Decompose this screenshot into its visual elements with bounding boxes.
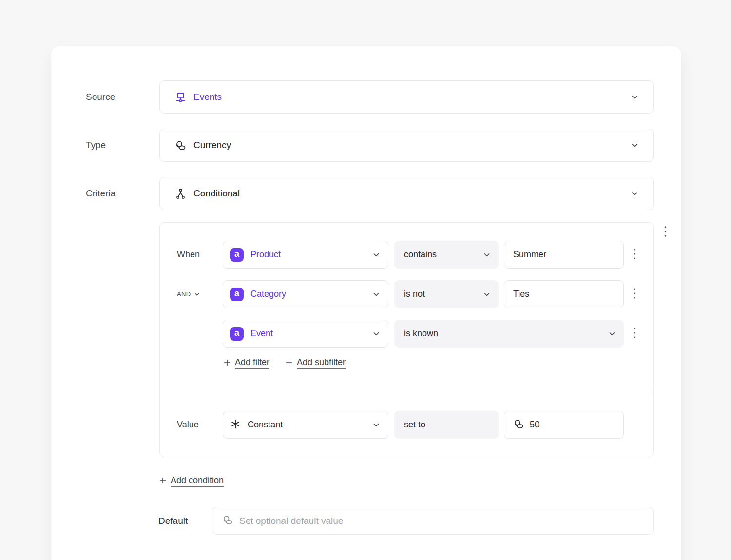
filter-operator-select[interactable]: is known [394, 320, 624, 348]
add-condition-button[interactable]: Add condition [159, 475, 224, 485]
currency-coins-icon [222, 515, 233, 527]
criteria-row: Criteria Conditional [86, 177, 654, 210]
filter-value-input[interactable] [513, 289, 616, 299]
value-amount-box [504, 411, 624, 439]
filter-operator-value: is not [404, 289, 425, 299]
currency-coins-icon [175, 140, 186, 151]
events-node-icon [175, 92, 186, 103]
filter-value-box [504, 280, 624, 308]
filter-row-kebab-icon[interactable] [632, 247, 638, 263]
attribute-badge-icon: a [230, 248, 244, 262]
attribute-badge-icon: a [230, 288, 244, 301]
chevron-down-icon [372, 421, 380, 429]
default-input-box [212, 507, 654, 535]
default-row: Default [158, 507, 654, 535]
source-select[interactable]: Events [159, 80, 654, 114]
attribute-config-panel: Source Events Type [51, 46, 681, 560]
value-label: Value [160, 420, 223, 430]
condition-menu-kebab-icon[interactable] [662, 225, 669, 240]
and-label: AND [177, 290, 191, 298]
chevron-down-icon [631, 190, 639, 198]
filter-field-select[interactable]: a Event [223, 320, 388, 348]
value-amount-input[interactable] [530, 420, 616, 430]
chevron-down-icon [372, 251, 380, 259]
filter-operator-value: contains [404, 250, 437, 260]
value-row: Value Constant set to [160, 411, 653, 439]
source-row: Source Events [86, 80, 654, 114]
filter-value-box [504, 241, 624, 269]
conditional-tree-icon [175, 188, 186, 199]
add-filter-label: Add filter [235, 357, 269, 367]
filter-field-value: Event [250, 328, 273, 339]
chevron-down-icon [194, 291, 200, 297]
filter-value-input[interactable] [513, 250, 616, 260]
filter-field-value: Category [250, 289, 286, 299]
filter-field-select[interactable]: a Product [223, 241, 388, 269]
value-source-select[interactable]: Constant [223, 411, 388, 439]
constant-asterisk-icon [230, 419, 241, 431]
plus-icon [224, 359, 231, 366]
condition-card: When a Product contains AND [159, 222, 654, 457]
filter-row: a Event is known [160, 320, 653, 348]
source-label: Source [86, 92, 159, 102]
chevron-down-icon [372, 290, 380, 298]
filter-operator-value: is known [404, 328, 438, 339]
value-operator[interactable]: set to [394, 411, 499, 439]
type-row: Type Currency [86, 129, 654, 162]
filter-operator-select[interactable]: is not [394, 280, 499, 308]
when-label: When [160, 250, 223, 260]
chevron-down-icon [483, 290, 491, 298]
type-value: Currency [193, 140, 231, 151]
type-label: Type [86, 140, 159, 151]
chevron-down-icon [483, 251, 491, 259]
and-toggle[interactable]: AND [160, 290, 223, 298]
add-condition-label: Add condition [171, 475, 224, 485]
add-subfilter-label: Add subfilter [297, 357, 346, 367]
filter-row-kebab-icon[interactable] [632, 287, 638, 302]
type-select[interactable]: Currency [159, 129, 654, 162]
value-source-value: Constant [248, 420, 283, 430]
add-filter-button[interactable]: Add filter [224, 357, 269, 367]
criteria-select[interactable]: Conditional [159, 177, 654, 210]
source-value: Events [193, 92, 222, 102]
filter-row: When a Product contains [160, 241, 653, 269]
filter-row-kebab-icon[interactable] [632, 326, 638, 342]
card-divider [160, 391, 653, 391]
value-operator-label: set to [404, 420, 425, 430]
currency-coins-icon [513, 419, 524, 431]
attribute-badge-icon: a [230, 327, 244, 341]
chevron-down-icon [631, 141, 639, 150]
filter-links-row: Add filter Add subfilter [224, 357, 346, 367]
default-label: Default [158, 516, 212, 526]
filter-field-select[interactable]: a Category [223, 280, 388, 308]
chevron-down-icon [608, 330, 616, 338]
filter-row: AND a Category is not [160, 280, 653, 308]
chevron-down-icon [631, 93, 639, 101]
default-value-input[interactable] [239, 516, 644, 526]
filter-operator-select[interactable]: contains [394, 241, 499, 269]
filter-field-value: Product [250, 250, 281, 260]
criteria-label: Criteria [86, 188, 159, 199]
chevron-down-icon [372, 330, 380, 338]
plus-icon [159, 477, 166, 484]
plus-icon [286, 359, 292, 366]
add-subfilter-button[interactable]: Add subfilter [286, 357, 346, 367]
criteria-value: Conditional [193, 188, 240, 199]
